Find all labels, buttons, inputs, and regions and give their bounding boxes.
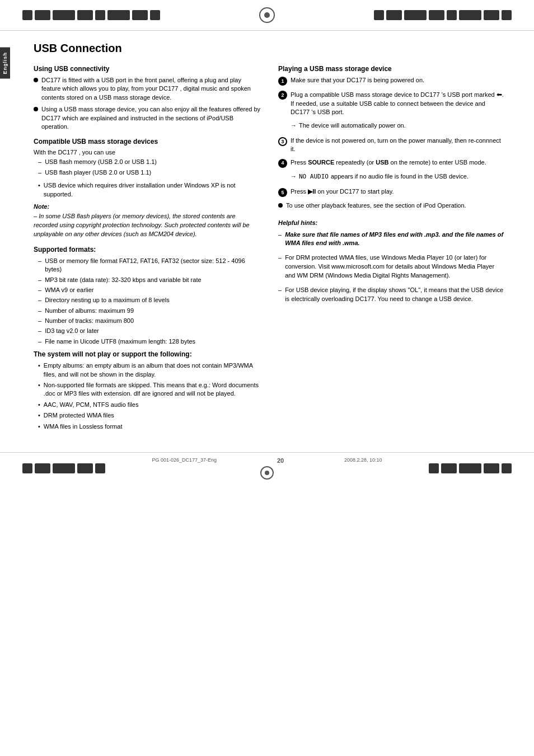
step-text-5: Press ▶II on your DC177 to start play. [291, 187, 394, 197]
step-4: 4 Press SOURCE repeatedly (or USB on the… [278, 158, 506, 183]
step-text-4: Press SOURCE repeatedly (or USB on the r… [291, 158, 486, 168]
step-number-2: 2 [278, 91, 287, 100]
list-item: Number of tracks: maximum 800 [38, 317, 261, 325]
bar-seg [459, 10, 481, 20]
list-item: DRM protected WMA files [38, 411, 261, 420]
supported-formats-list: USB or memory file format FAT12, FAT16, … [34, 257, 261, 346]
section-not-supported: The system will not play or support the … [34, 350, 261, 431]
usb-connectivity-bullets: DC177 is fitted with a USB port in the f… [34, 76, 261, 131]
bar-seg [22, 463, 32, 473]
usb-connectivity-heading: Using USB connectivity [34, 65, 261, 73]
step-3: 3 If the device is not powered on, turn … [278, 137, 506, 154]
step-5: 5 Press ▶II on your DC177 to start play. [278, 187, 506, 197]
step-bullet-text: To use other playback features, see the … [286, 201, 466, 210]
bar-seg [95, 463, 105, 473]
footer-left [22, 463, 143, 473]
arrow-text-content: The device will automatically power on. [299, 121, 406, 130]
step-number-3: 3 [278, 137, 287, 146]
bar-seg [374, 10, 384, 20]
step-bullet: To use other playback features, see the … [278, 201, 506, 210]
list-item: AAC, WAV, PCM, NTFS audio files [38, 401, 261, 409]
bullet-text: DC177 is fitted with a USB port in the f… [41, 76, 261, 102]
hints-heading: Helpful hints: [278, 219, 506, 226]
compatible-devices-square-list: USB device which requires driver install… [34, 181, 261, 199]
step-2: 2 Plug a compatible USB mass storage dev… [278, 90, 506, 132]
bar-seg [404, 10, 427, 20]
step-2-arrow: → The device will automatically power on… [291, 121, 506, 130]
footer-left-text: PG 001-026_DC177_37-Eng [152, 457, 217, 464]
list-item: WMA files in Lossless format [38, 422, 261, 431]
list-item: Number of albums: maximum 99 [38, 307, 261, 315]
step-1: 1 Make sure that your DC177 is being pow… [278, 76, 506, 86]
bottom-center-circle [260, 466, 274, 480]
bar-seg [447, 10, 457, 20]
playing-usb-heading: Playing a USB mass storage device [278, 65, 506, 73]
left-column: Using USB connectivity DC177 is fitted w… [28, 65, 261, 435]
bar-seg [132, 10, 148, 20]
top-center-circle [259, 7, 275, 23]
not-supported-heading: The system will not play or support the … [34, 350, 261, 358]
list-item: File name in Uicode UTF8 (maximum length… [38, 337, 261, 346]
list-item: Directory nesting up to a maximum of 8 l… [38, 296, 261, 304]
bar-seg [459, 463, 481, 473]
bar-seg [441, 463, 457, 473]
step-number-4: 4 [278, 159, 287, 168]
list-item: Non-supported file formats are skipped. … [38, 381, 261, 398]
hints-section: Helpful hints: Make sure that file names… [278, 219, 506, 304]
footer-page-num: 20 [277, 457, 284, 464]
bullet-dot-icon [34, 78, 38, 82]
step-number-5: 5 [278, 188, 287, 197]
bar-seg [95, 10, 105, 20]
note-text: – In some USB flash players (or memory d… [34, 212, 261, 239]
bar-seg [107, 10, 130, 20]
bar-seg [35, 10, 50, 20]
bullet-text: Using a USB mass storage device, you can… [41, 105, 261, 131]
bar-seg [77, 463, 93, 473]
steps-list: 1 Make sure that your DC177 is being pow… [278, 76, 506, 210]
section-compatible-devices: Compatible USB mass storage devices With… [34, 138, 261, 199]
step-text-2: Plug a compatible USB mass storage devic… [291, 90, 506, 117]
bar-seg [53, 463, 75, 473]
list-item: Using a USB mass storage device, you can… [34, 105, 261, 131]
hint-text-1: Make sure that file names of MP3 files e… [285, 231, 506, 248]
top-decorative-bar [0, 0, 534, 31]
step-text-3: If the device is not powered on, turn on… [291, 137, 506, 154]
top-bar-right-segments [286, 10, 512, 20]
bullet-dot-icon [278, 203, 283, 208]
compatible-devices-dash-list: USB flash memory (USB 2.0 or USB 1.1) US… [34, 158, 261, 177]
step-number-1: 1 [278, 77, 287, 86]
list-item: WMA v9 or earlier [38, 286, 261, 294]
bar-seg [484, 10, 499, 20]
note-label: Note: [34, 203, 261, 210]
hint-item-2: For DRM protected WMA files, use Windows… [278, 253, 506, 280]
hint-text-2: For DRM protected WMA files, use Windows… [285, 253, 506, 280]
center-circle-inner [264, 12, 270, 18]
section-supported-formats: Supported formats: USB or memory file fo… [34, 246, 261, 346]
note-block: Note: – In some USB flash players (or me… [34, 203, 261, 239]
hint-item-3: For USB device playing, if the display s… [278, 286, 506, 304]
bar-seg [502, 463, 512, 473]
bullet-dot-icon [34, 107, 38, 111]
bar-seg [429, 463, 439, 473]
footer-right-text: 2008.2.28, 10:10 [344, 457, 382, 464]
step-text-1: Make sure that your DC177 is being power… [291, 76, 424, 86]
list-item: USB flash player (USB 2.0 or USB 1.1) [38, 168, 261, 177]
bar-seg [53, 10, 75, 20]
bar-seg [429, 10, 444, 20]
list-item: USB device which requires driver install… [38, 181, 261, 199]
section-usb-connectivity: Using USB connectivity DC177 is fitted w… [34, 65, 261, 131]
list-item: ID3 tag v2.0 or later [38, 327, 261, 335]
main-content-area: English USB Connection Using USB connect… [0, 31, 534, 452]
list-item: USB or memory file format FAT12, FAT16, … [38, 257, 261, 274]
compatible-devices-heading: Compatible USB mass storage devices [34, 138, 261, 145]
bar-seg [77, 10, 93, 20]
note-paragraph: – In some USB flash players (or memory d… [34, 212, 261, 239]
supported-formats-heading: Supported formats: [34, 246, 261, 253]
bar-seg [35, 463, 50, 473]
footer-right-segs [391, 463, 512, 473]
arrow-text-4b: appears if no audio file is found in the… [331, 172, 469, 181]
bar-seg [484, 463, 499, 473]
bar-seg [150, 10, 160, 20]
not-supported-list: Empty albums: an empty album is an album… [34, 361, 261, 431]
center-circle-inner [265, 471, 269, 475]
